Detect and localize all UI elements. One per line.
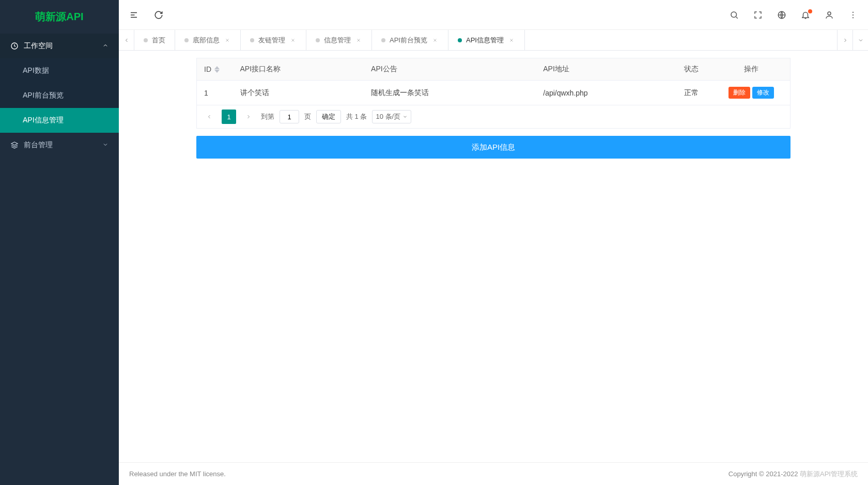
goto-label: 到第	[261, 112, 274, 121]
edit-button[interactable]: 修改	[752, 87, 774, 99]
fullscreen-icon[interactable]	[753, 10, 763, 20]
tabs-bar: 首页底部信息友链管理信息管理API前台预览API信息管理	[119, 30, 868, 51]
tab-dot-icon	[250, 38, 254, 42]
page-input[interactable]	[280, 110, 299, 123]
close-icon[interactable]	[289, 37, 297, 44]
sidebar-item-label: API数据	[23, 66, 49, 75]
cell-notice: 随机生成一条笑话	[364, 81, 536, 105]
refresh-icon[interactable]	[154, 10, 163, 20]
api-table: ID API接口名称 API公告 API地址 状态	[196, 58, 791, 105]
sidebar-group-label: 前台管理	[24, 140, 53, 150]
add-api-button[interactable]: 添加API信息	[196, 136, 791, 159]
header	[119, 0, 868, 30]
tabs-scroll: 首页底部信息友链管理信息管理API前台预览API信息管理	[134, 30, 837, 50]
tab-label: 首页	[152, 36, 165, 45]
tab-dot-icon	[381, 38, 385, 42]
tab[interactable]: 信息管理	[306, 30, 372, 50]
sidebar-group-frontend[interactable]: 前台管理	[0, 133, 119, 158]
page-confirm-button[interactable]: 确定	[316, 110, 341, 123]
notification-dot	[808, 9, 812, 13]
th-status: 状态	[677, 58, 713, 81]
sidebar-item-label: API前台预览	[23, 91, 64, 100]
tab-label: 信息管理	[324, 36, 351, 45]
chevron-up-icon	[102, 42, 109, 50]
th-action: 操作	[713, 58, 791, 81]
delete-button[interactable]: 删除	[729, 87, 750, 99]
sidebar-group-workspace[interactable]: 工作空间	[0, 34, 119, 58]
layers-icon	[10, 141, 19, 149]
more-icon[interactable]	[848, 10, 858, 20]
user-icon[interactable]	[825, 10, 834, 20]
page-prev[interactable]	[202, 109, 216, 124]
close-icon[interactable]	[355, 37, 362, 44]
tab[interactable]: API前台预览	[372, 30, 448, 50]
tabs-scroll-right[interactable]	[837, 30, 853, 50]
sidebar-item-api-info[interactable]: API信息管理	[0, 108, 119, 133]
svg-point-5	[853, 14, 854, 15]
app-logo: 萌新源API	[0, 0, 119, 34]
tab-label: 友链管理	[258, 36, 285, 45]
th-name: API接口名称	[233, 58, 364, 81]
main-area: 首页底部信息友链管理信息管理API前台预览API信息管理 ID	[119, 0, 868, 485]
sidebar-item-api-data[interactable]: API数据	[0, 58, 119, 83]
footer: Released under the MIT license. Copyrigh…	[119, 462, 868, 485]
header-right	[730, 10, 858, 20]
tab-label: 底部信息	[193, 36, 220, 45]
per-page-value: 10 条/页	[376, 112, 400, 121]
page-number-current[interactable]: 1	[222, 109, 236, 124]
cell-id: 1	[197, 81, 233, 105]
menu-toggle-icon[interactable]	[129, 10, 138, 20]
svg-point-4	[853, 11, 854, 12]
sidebar-item-api-preview[interactable]: API前台预览	[0, 83, 119, 108]
sidebar-item-label: API信息管理	[23, 116, 64, 125]
sidebar-group-label: 工作空间	[24, 41, 53, 51]
tab-dot-icon	[184, 38, 189, 42]
content: ID API接口名称 API公告 API地址 状态	[119, 51, 868, 462]
table-row: 1讲个笑话随机生成一条笑话/api/qwxh.php正常删除修改	[197, 81, 791, 105]
tab[interactable]: API信息管理	[448, 30, 525, 50]
tab-dot-icon	[458, 38, 462, 42]
page-unit: 页	[304, 112, 311, 121]
close-icon[interactable]	[508, 37, 515, 44]
sidebar: 萌新源API 工作空间 API数据 API前台预览 API信息管理	[0, 0, 119, 485]
svg-point-6	[853, 17, 854, 18]
dashboard-icon	[10, 42, 19, 50]
footer-right: Copyright © 2021-2022 萌新源API管理系统	[729, 470, 858, 479]
pagination: 1 到第 页 确定 共 1 条 10 条/页	[196, 105, 791, 129]
cell-status: 正常	[677, 81, 713, 105]
tab[interactable]: 友链管理	[241, 30, 306, 50]
cell-name: 讲个笑话	[233, 81, 364, 105]
per-page-select[interactable]: 10 条/页	[372, 110, 411, 123]
close-icon[interactable]	[431, 37, 439, 44]
chevron-down-icon	[102, 141, 109, 149]
svg-point-3	[828, 12, 831, 15]
globe-icon[interactable]	[777, 10, 786, 20]
tab-dot-icon	[144, 38, 148, 42]
tab-label: API信息管理	[466, 36, 504, 45]
page-next[interactable]	[241, 109, 256, 124]
header-left	[129, 10, 163, 20]
tab[interactable]: 底部信息	[175, 30, 241, 50]
tab[interactable]: 首页	[134, 30, 175, 50]
sidebar-menu: 工作空间 API数据 API前台预览 API信息管理 前台管理	[0, 34, 119, 485]
tabs-dropdown[interactable]	[853, 30, 868, 50]
th-id[interactable]: ID	[204, 65, 211, 73]
tab-dot-icon	[316, 38, 320, 42]
th-url: API地址	[536, 58, 676, 81]
sort-icon[interactable]	[214, 66, 220, 73]
svg-point-1	[731, 12, 737, 18]
close-icon[interactable]	[224, 37, 231, 44]
cell-url: /api/qwxh.php	[536, 81, 676, 105]
tabs-scroll-left[interactable]	[119, 30, 134, 50]
search-icon[interactable]	[730, 10, 739, 20]
bell-icon[interactable]	[801, 10, 810, 20]
footer-left: Released under the MIT license.	[129, 470, 226, 478]
total-text: 共 1 条	[346, 112, 367, 121]
th-notice: API公告	[364, 58, 536, 81]
cell-actions: 删除修改	[713, 81, 791, 105]
tab-label: API前台预览	[390, 36, 427, 45]
